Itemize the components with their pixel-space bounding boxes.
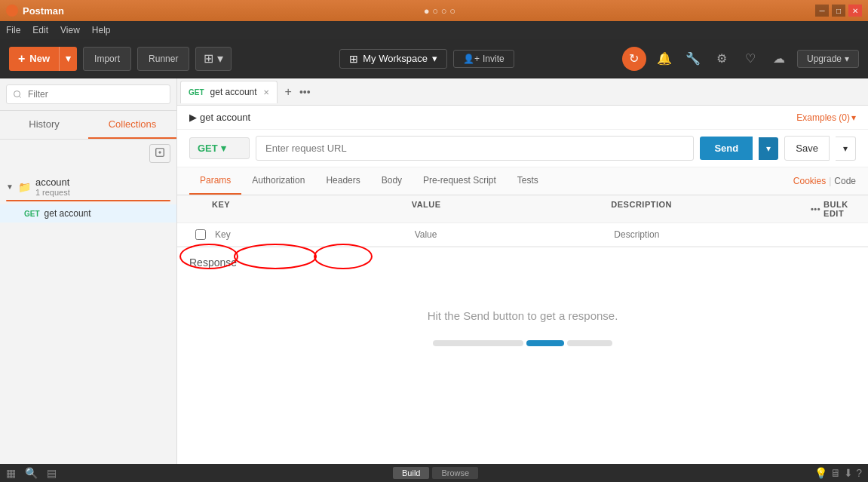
minimize-button[interactable]: ─ — [815, 5, 829, 17]
tree-item-get-account[interactable]: GET get account — [0, 204, 176, 223]
tree-folder-account[interactable]: ▼ 📁 account 1 request — [0, 173, 176, 200]
user-icon-button[interactable]: ☁ — [768, 48, 790, 69]
send-button[interactable]: Send — [700, 137, 753, 160]
tab-history[interactable]: History — [0, 111, 88, 139]
tab-close-button[interactable]: ✕ — [263, 88, 269, 97]
window-controls[interactable]: ─ □ ✕ — [815, 5, 862, 17]
description-input[interactable] — [611, 226, 811, 243]
browse-button[interactable]: Browse — [432, 467, 478, 479]
url-bar: GET ▾ Send ▾ Save ▾ — [177, 130, 868, 167]
examples-label: Examples (0) — [796, 112, 850, 123]
row-checkbox[interactable] — [189, 229, 212, 240]
item-name: get account — [44, 208, 91, 219]
new-collection-button[interactable] — [149, 144, 170, 163]
request-tab-get-account[interactable]: GET get account ✕ — [180, 81, 278, 103]
description-header: DESCRIPTION — [611, 200, 811, 218]
request-tabs-left: Params Authorization Headers Body Pre-re… — [189, 167, 549, 195]
value-header: VALUE — [412, 200, 612, 218]
key-input[interactable] — [212, 226, 412, 243]
window-title-center: ● ○ ○ ○ — [424, 5, 455, 17]
lightbulb-icon[interactable]: 💡 — [814, 467, 827, 479]
maximize-button[interactable]: □ — [832, 5, 845, 17]
req-tab-params[interactable]: Params — [189, 167, 241, 195]
menu-help[interactable]: Help — [92, 25, 111, 35]
code-link[interactable]: Code — [834, 176, 856, 186]
upgrade-dropdown-icon: ▾ — [845, 54, 849, 64]
examples-arrow: ▾ — [851, 112, 856, 123]
toolbar-icons: ↻ 🔔 🔧 ⚙ ♡ ☁ Upgrade ▾ — [622, 47, 859, 71]
key-header: KEY — [212, 200, 412, 218]
req-tab-body[interactable]: Body — [371, 167, 413, 195]
heart-icon-button[interactable]: ♡ — [740, 48, 761, 69]
menu-view[interactable]: View — [60, 25, 80, 35]
menu-bar: File Edit View Help — [0, 21, 868, 39]
table-row — [177, 223, 868, 247]
sidebar-actions — [0, 140, 176, 167]
req-tab-headers[interactable]: Headers — [315, 167, 370, 195]
cookies-link[interactable]: Cookies — [793, 176, 826, 186]
layout-icon[interactable]: ▦ — [6, 467, 16, 479]
download-icon[interactable]: ⬇ — [844, 467, 853, 479]
help-icon[interactable]: ? — [856, 467, 862, 479]
url-input[interactable] — [256, 136, 694, 161]
request-header: ▶ get account Examples (0) ▾ — [177, 106, 868, 130]
menu-file[interactable]: File — [6, 25, 20, 35]
main-content: History Collections ▼ 📁 account 1 reques… — [0, 78, 868, 464]
new-button-label: New — [29, 53, 50, 64]
new-button-main[interactable]: + New — [9, 52, 59, 66]
folder-underline — [6, 200, 170, 201]
new-button-dropdown[interactable]: ▾ — [59, 47, 77, 71]
workspace-selector[interactable]: ⊞ My Workspace ▾ — [339, 49, 447, 69]
folder-name: account — [35, 177, 70, 188]
value-input[interactable] — [412, 226, 612, 243]
search-input[interactable] — [6, 84, 170, 104]
tab-add-button[interactable]: + — [279, 85, 298, 99]
req-tab-authorization[interactable]: Authorization — [241, 167, 315, 195]
settings-icon-button[interactable]: ⚙ — [711, 48, 732, 69]
sidebar-tree: ▼ 📁 account 1 request GET get account — [0, 167, 176, 464]
sidebar-search-container — [0, 78, 176, 111]
close-button[interactable]: ✕ — [848, 5, 862, 17]
tab-collections[interactable]: Collections — [88, 111, 176, 139]
invite-button[interactable]: 👤+ Invite — [453, 50, 514, 68]
upgrade-label: Upgrade — [807, 54, 842, 64]
req-tab-tests[interactable]: Tests — [507, 167, 549, 195]
status-bar-right: 💡 🖥 ⬇ ? — [814, 467, 862, 479]
request-tabs-right: Cookies | Code — [793, 176, 856, 186]
wrench-icon-button[interactable]: 🔧 — [682, 48, 704, 69]
req-tab-pre-request[interactable]: Pre-request Script — [413, 167, 507, 195]
bulk-edit-link[interactable]: Bulk Edit — [824, 200, 856, 218]
save-dropdown-button[interactable]: ▾ — [836, 137, 856, 161]
tab-more-button[interactable]: ••• — [299, 86, 311, 98]
method-selector[interactable]: GET ▾ — [189, 137, 250, 159]
upgrade-button[interactable]: Upgrade ▾ — [797, 50, 859, 68]
layout-button[interactable]: ⊞ ▾ — [195, 47, 231, 71]
folder-collapse-icon: ▼ — [6, 183, 14, 191]
sync-button[interactable]: ↻ — [622, 47, 646, 71]
app-name: Postman — [23, 5, 64, 17]
search-icon[interactable]: 🔍 — [25, 467, 38, 479]
response-loader — [433, 340, 612, 346]
params-table: KEY VALUE DESCRIPTION ••• Bulk Edit — [177, 195, 868, 247]
new-button[interactable]: + New ▾ — [9, 47, 77, 71]
bell-icon-button[interactable]: 🔔 — [654, 48, 675, 69]
folder-count: 1 request — [35, 188, 70, 197]
invite-icon: 👤+ — [463, 54, 480, 64]
method-label: GET — [198, 143, 218, 154]
request-area-wrapper: GET get account ✕ + ••• ▶ get account Ex… — [177, 78, 868, 464]
runner-button[interactable]: Runner — [137, 47, 189, 71]
loader-bar-3 — [567, 340, 612, 346]
desktop-icon[interactable]: 🖥 — [830, 467, 841, 479]
menu-edit[interactable]: Edit — [32, 25, 48, 35]
status-bar-left: ▦ 🔍 ▤ — [6, 467, 57, 479]
loader-bar-2 — [526, 340, 564, 346]
save-button[interactable]: Save — [784, 136, 830, 161]
tabs-bar: GET get account ✕ + ••• — [177, 78, 868, 106]
breadcrumb[interactable]: ▶ get account — [189, 112, 250, 123]
build-button[interactable]: Build — [393, 467, 429, 479]
send-dropdown-button[interactable]: ▾ — [759, 137, 778, 160]
examples-link[interactable]: Examples (0) ▾ — [796, 112, 856, 123]
console-icon[interactable]: ▤ — [47, 467, 57, 479]
response-area: Response Hit the Send button to get a re… — [177, 247, 868, 464]
import-button[interactable]: Import — [83, 47, 131, 71]
